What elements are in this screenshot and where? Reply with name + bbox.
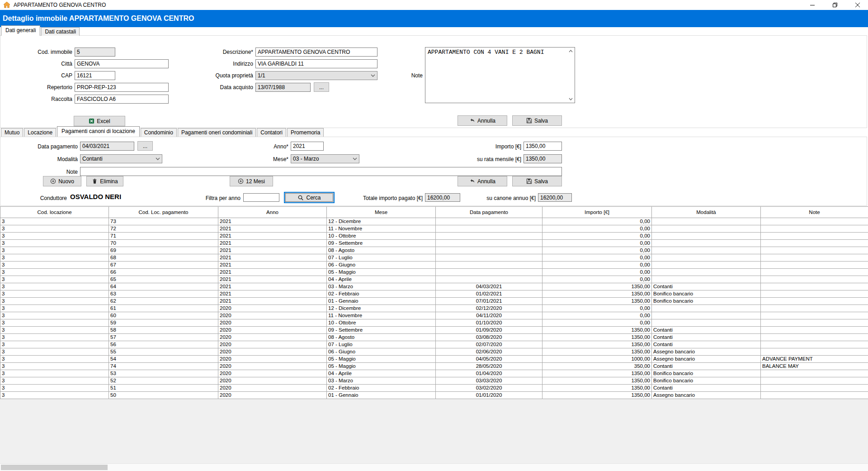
table-cell[interactable]: 1350,00 <box>542 334 652 341</box>
data-pagamento-field[interactable] <box>80 142 134 151</box>
table-cell[interactable]: 05 - Maggio <box>327 269 436 276</box>
table-cell[interactable]: 62 <box>109 298 218 305</box>
table-cell[interactable]: 02/06/2020 <box>436 348 542 356</box>
table-cell[interactable] <box>761 348 868 356</box>
tab-condominio[interactable]: Condominio <box>141 128 177 137</box>
table-cell[interactable]: ADVANCE PAYMENT <box>761 356 868 363</box>
table-cell[interactable] <box>436 218 542 225</box>
table-cell[interactable]: 2020 <box>218 348 327 356</box>
note-scrollbar[interactable] <box>567 48 575 103</box>
table-cell[interactable] <box>652 262 761 269</box>
dodici-mesi-button[interactable]: 12 Mesi <box>230 176 273 186</box>
table-cell[interactable]: 3 <box>0 218 109 225</box>
col-mese[interactable]: Mese <box>327 207 436 218</box>
table-cell[interactable]: 0,00 <box>542 319 652 327</box>
table-cell[interactable]: 08 - Agosto <box>327 247 436 254</box>
table-cell[interactable]: 71 <box>109 233 218 240</box>
table-cell[interactable]: 3 <box>0 385 109 392</box>
filtra-anno-field[interactable] <box>243 193 279 202</box>
table-cell[interactable]: Assegno bancario <box>652 348 761 356</box>
tab-contatori[interactable]: Contatori <box>257 128 286 137</box>
tab-pagamenti-oneri[interactable]: Pagamenti oneri condominiali <box>178 128 256 137</box>
table-cell[interactable]: 0,00 <box>542 269 652 276</box>
table-cell[interactable]: 60 <box>109 312 218 319</box>
table-cell[interactable]: 3 <box>0 348 109 356</box>
table-cell[interactable]: 2021 <box>218 276 327 283</box>
table-row[interactable]: 354202005 - Maggio04/05/20201000,00Asseg… <box>0 356 868 363</box>
table-cell[interactable]: 2020 <box>218 312 327 319</box>
table-cell[interactable]: 2020 <box>218 392 327 399</box>
table-cell[interactable]: 12 - Dicembre <box>327 218 436 225</box>
table-cell[interactable]: 1000,00 <box>542 356 652 363</box>
table-cell[interactable]: 3 <box>0 269 109 276</box>
table-cell[interactable]: 06 - Giugno <box>327 348 436 356</box>
table-cell[interactable] <box>761 290 868 298</box>
table-cell[interactable]: 2021 <box>218 247 327 254</box>
minimize-button[interactable] <box>802 0 823 10</box>
table-cell[interactable]: Contanti <box>652 363 761 370</box>
table-row[interactable]: 352202003 - Marzo03/03/20201350,00Bonifi… <box>0 377 868 385</box>
table-cell[interactable]: 1350,00 <box>542 392 652 399</box>
table-cell[interactable] <box>652 240 761 247</box>
table-cell[interactable]: 63 <box>109 290 218 298</box>
table-cell[interactable]: Contanti <box>652 327 761 334</box>
table-cell[interactable] <box>761 233 868 240</box>
table-cell[interactable]: 0,00 <box>542 262 652 269</box>
table-cell[interactable]: 08 - Agosto <box>327 334 436 341</box>
table-row[interactable]: 374202005 - Maggio28/05/2020350,00Contan… <box>0 363 868 370</box>
table-row[interactable]: 350202001 - Gennaio01/01/20201350,00Asse… <box>0 392 868 399</box>
table-cell[interactable]: 350,00 <box>542 363 652 370</box>
table-cell[interactable]: 12 - Dicembre <box>327 305 436 312</box>
table-cell[interactable]: 3 <box>0 233 109 240</box>
nuovo-button[interactable]: Nuovo <box>43 176 81 186</box>
table-cell[interactable]: 2020 <box>218 356 327 363</box>
table-cell[interactable]: 2020 <box>218 363 327 370</box>
citta-field[interactable] <box>75 59 169 68</box>
table-cell[interactable]: Bonifico bancario <box>652 290 761 298</box>
table-cell[interactable]: 57 <box>109 334 218 341</box>
cod-immobile-field[interactable] <box>75 48 115 57</box>
table-cell[interactable]: 2021 <box>218 218 327 225</box>
table-cell[interactable]: 51 <box>109 385 218 392</box>
table-cell[interactable]: 05 - Maggio <box>327 356 436 363</box>
table-cell[interactable]: 02 - Febbraio <box>327 385 436 392</box>
table-row[interactable]: 362202101 - Gennaio07/01/20211350,00Boni… <box>0 298 868 305</box>
salva-immobile-button[interactable]: Salva <box>512 115 562 126</box>
table-cell[interactable]: 01/09/2020 <box>436 327 542 334</box>
table-cell[interactable]: Bonifico bancario <box>652 377 761 385</box>
table-cell[interactable]: 3 <box>0 262 109 269</box>
table-cell[interactable]: 2021 <box>218 283 327 290</box>
table-cell[interactable]: 10 - Ottobre <box>327 319 436 327</box>
table-row[interactable]: 368202107 - Luglio0,00 <box>0 254 868 262</box>
table-cell[interactable]: 3 <box>0 319 109 327</box>
table-cell[interactable]: Contanti <box>652 283 761 290</box>
annulla-immobile-button[interactable]: Annulla <box>458 115 507 126</box>
table-cell[interactable] <box>761 262 868 269</box>
table-cell[interactable]: 28/05/2020 <box>436 363 542 370</box>
table-cell[interactable] <box>761 334 868 341</box>
table-cell[interactable]: 50 <box>109 392 218 399</box>
table-cell[interactable]: 04/11/2020 <box>436 312 542 319</box>
col-note[interactable]: Note <box>761 207 868 218</box>
table-cell[interactable]: 07/01/2021 <box>436 298 542 305</box>
table-cell[interactable]: 03 - Marzo <box>327 283 436 290</box>
table-cell[interactable]: 3 <box>0 305 109 312</box>
table-cell[interactable]: 3 <box>0 377 109 385</box>
table-cell[interactable]: 2020 <box>218 385 327 392</box>
table-cell[interactable]: 09 - Settembre <box>327 240 436 247</box>
cap-field[interactable] <box>75 71 115 80</box>
table-cell[interactable]: 0,00 <box>542 240 652 247</box>
col-cod-locazione[interactable]: Cod. locazione <box>0 207 109 218</box>
anno-field[interactable] <box>291 142 324 151</box>
table-cell[interactable]: 2021 <box>218 290 327 298</box>
table-cell[interactable]: 01/10/2020 <box>436 319 542 327</box>
table-cell[interactable]: 68 <box>109 254 218 262</box>
table-cell[interactable]: 01 - Gennaio <box>327 392 436 399</box>
table-cell[interactable] <box>436 269 542 276</box>
note-immobile-field[interactable]: APPARTAMENTO CON 4 VANI E 2 BAGNI <box>426 48 567 102</box>
table-row[interactable]: 360202011 - Novembre04/11/20200,00 <box>0 312 868 319</box>
table-cell[interactable]: 3 <box>0 327 109 334</box>
table-row[interactable]: 359202010 - Ottobre01/10/20200,00 <box>0 319 868 327</box>
table-cell[interactable] <box>761 312 868 319</box>
table-cell[interactable] <box>652 247 761 254</box>
